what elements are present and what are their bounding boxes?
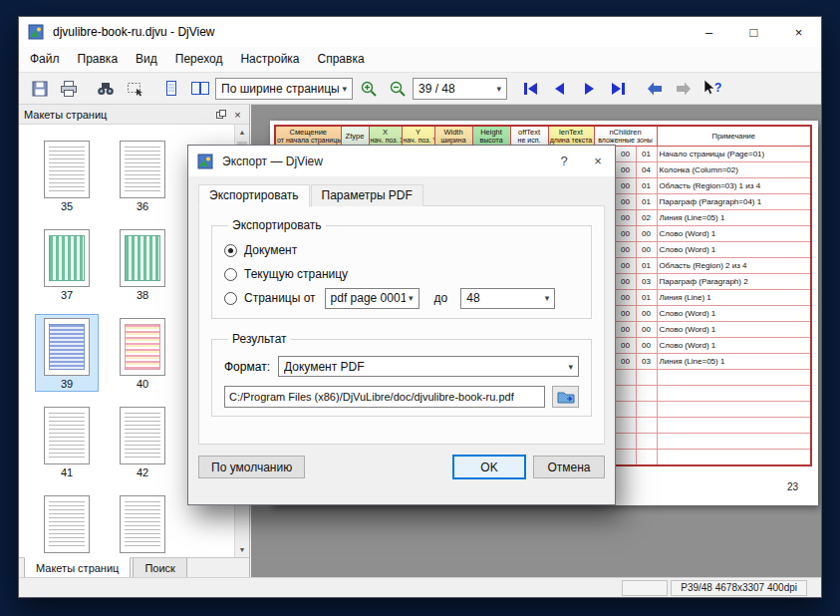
- sidebar-tab[interactable]: Поиск: [133, 558, 186, 579]
- page-thumbnail[interactable]: 42: [112, 404, 173, 479]
- note-cell: Область (Region) 2 из 4: [657, 258, 811, 274]
- page-thumbnail[interactable]: 44: [112, 492, 173, 557]
- sidebar-tab[interactable]: Макеты страниц: [24, 557, 131, 578]
- select-area-icon: [125, 79, 144, 99]
- menu-item[interactable]: Вид: [127, 47, 166, 72]
- scroll-down-icon[interactable]: ▼: [235, 542, 249, 557]
- defaults-button[interactable]: По умолчанию: [198, 456, 305, 478]
- page-thumbnail-image[interactable]: [120, 407, 165, 464]
- first-page-button[interactable]: [517, 75, 544, 102]
- menu-item[interactable]: Файл: [21, 47, 69, 72]
- page-thumbnail-image[interactable]: [44, 407, 90, 464]
- note-cell: [657, 418, 811, 434]
- page-thumbnail-image[interactable]: [120, 318, 165, 376]
- nchildren-cell: 00: [615, 210, 636, 226]
- page-thumbnail-image[interactable]: [120, 495, 165, 553]
- page-thumbnail[interactable]: 35: [36, 138, 98, 213]
- note-cell: Линия (Line) 1: [657, 290, 811, 306]
- close-button[interactable]: ×: [776, 18, 821, 47]
- page-number-value: 39 / 48: [419, 82, 493, 96]
- zoom-mode-value: По ширине страницы: [221, 82, 339, 96]
- dialog-help-button[interactable]: ?: [547, 147, 581, 176]
- from-page-value: pdf page 0001: [331, 291, 406, 305]
- scroll-up-icon[interactable]: ▲: [235, 125, 249, 140]
- sidebar-tabs: Макеты страницПоиск: [19, 557, 249, 579]
- page-thumbnail-number: 35: [36, 200, 98, 212]
- dialog-tab[interactable]: Параметры PDF: [311, 184, 423, 206]
- minimize-button[interactable]: –: [687, 18, 731, 47]
- note-cell: Слово (Word) 1: [657, 242, 811, 258]
- browse-button[interactable]: [552, 386, 579, 408]
- zoom-out-icon: [388, 79, 408, 99]
- title-bar[interactable]: djvulibre-book-ru.djvu - DjView – □ ×: [19, 17, 821, 47]
- zoom-out-button[interactable]: [384, 75, 411, 102]
- dialog-tab-panel: Экспортировать Документ Текущую страницу…: [198, 205, 605, 445]
- printed-page-number: 23: [787, 481, 798, 492]
- page-thumbnail[interactable]: 39: [36, 315, 98, 391]
- page-thumbnail[interactable]: 38: [112, 226, 173, 302]
- page-thumbnail-image[interactable]: [120, 229, 165, 287]
- format-combobox[interactable]: Документ PDF: [278, 356, 579, 377]
- to-page-combobox[interactable]: 48: [460, 288, 555, 309]
- page-thumbnail-image[interactable]: [44, 318, 90, 376]
- result-group-title: Результат: [228, 332, 291, 346]
- maximize-button[interactable]: □: [731, 18, 776, 47]
- note-cell: Линия (Line=05) 1: [657, 210, 811, 226]
- page-thumbnail-image[interactable]: [44, 141, 90, 198]
- help-icon: ?: [560, 154, 567, 168]
- nchildren-cell: 01: [636, 258, 657, 274]
- page-thumbnail[interactable]: 41: [36, 404, 98, 479]
- cancel-button[interactable]: Отмена: [533, 456, 605, 478]
- facing-pages-button[interactable]: [186, 75, 213, 102]
- radio-option-current-page[interactable]: Текущую страницу: [224, 262, 579, 286]
- next-page-button[interactable]: [575, 75, 602, 102]
- col-header-y: Y нач. поз. Y: [402, 126, 434, 147]
- nchildren-cell: 00: [615, 162, 636, 178]
- zoom-mode-combobox[interactable]: По ширине страницы: [215, 78, 353, 100]
- note-cell: Параграф (Paragraph=04) 1: [657, 194, 811, 210]
- note-cell: Область (Region=03) 1 из 4: [657, 178, 811, 194]
- page-thumbnail[interactable]: 40: [112, 315, 173, 391]
- single-page-button[interactable]: [157, 75, 184, 102]
- radio-icon[interactable]: [224, 292, 237, 305]
- ok-button[interactable]: OK: [453, 456, 525, 478]
- dialog-close-button[interactable]: ×: [581, 147, 615, 176]
- radio-option-page-range[interactable]: Страницы от pdf page 0001 до 48: [224, 286, 579, 310]
- menu-item[interactable]: Переход: [166, 47, 232, 72]
- save-button[interactable]: [26, 75, 53, 102]
- page-number-combobox[interactable]: 39 / 48: [413, 78, 507, 100]
- to-label: до: [434, 291, 448, 305]
- page-thumbnail[interactable]: 36: [112, 138, 173, 213]
- dialog-title-bar[interactable]: Экспорт — DjView ? ×: [188, 146, 615, 176]
- nchildren-cell: [636, 450, 657, 465]
- menu-item[interactable]: Настройка: [231, 47, 308, 72]
- page-thumbnail[interactable]: 43: [36, 492, 98, 557]
- output-path-input[interactable]: [224, 386, 545, 408]
- maximize-icon: □: [750, 25, 758, 40]
- radio-option-document[interactable]: Документ: [224, 238, 579, 262]
- page-thumbnail[interactable]: 37: [36, 226, 98, 302]
- print-button[interactable]: [55, 75, 82, 102]
- select-area-button[interactable]: [121, 75, 147, 102]
- page-thumbnail-image[interactable]: [44, 495, 90, 553]
- forward-button[interactable]: [670, 75, 697, 102]
- menu-item[interactable]: Правка: [69, 47, 128, 72]
- last-page-button[interactable]: [604, 75, 631, 102]
- page-thumbnail-image[interactable]: [120, 141, 165, 198]
- note-cell: Колонка (Column=02): [657, 162, 811, 178]
- float-panel-button[interactable]: [212, 107, 229, 123]
- close-panel-button[interactable]: ×: [229, 107, 246, 123]
- page-thumbnail-image[interactable]: [44, 229, 90, 287]
- back-button[interactable]: [641, 75, 668, 102]
- note-cell: Слово (Word) 1: [657, 226, 811, 242]
- radio-selected-icon[interactable]: [224, 244, 237, 257]
- from-page-combobox[interactable]: pdf page 0001: [325, 288, 420, 309]
- radio-icon[interactable]: [224, 268, 237, 281]
- whats-this-button[interactable]: ?: [699, 75, 725, 102]
- dialog-tab[interactable]: Экспортировать: [198, 184, 310, 207]
- nchildren-cell: [615, 450, 636, 465]
- menu-item[interactable]: Справка: [309, 47, 374, 72]
- zoom-in-button[interactable]: [355, 75, 382, 102]
- previous-page-button[interactable]: [546, 75, 573, 102]
- find-button[interactable]: [92, 75, 119, 102]
